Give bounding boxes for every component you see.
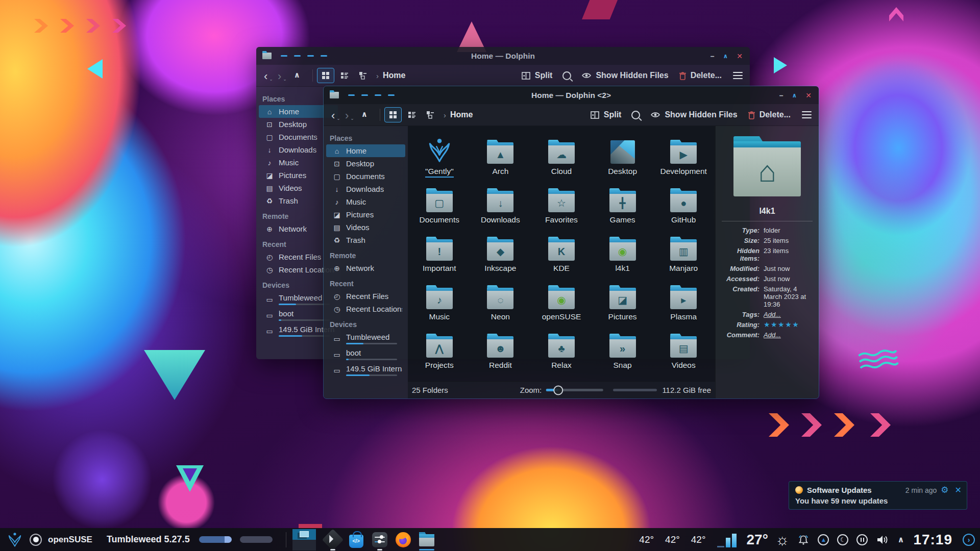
forward-button[interactable]: › bbox=[344, 111, 350, 121]
up-button[interactable]: ∧ bbox=[290, 70, 304, 82]
maximize-button[interactable]: ∧ bbox=[792, 92, 797, 98]
compact-view-button[interactable] bbox=[336, 68, 353, 83]
delete-button[interactable]: Delete... bbox=[748, 110, 791, 119]
sidebar-item-trash[interactable]: ♻Trash bbox=[326, 234, 405, 246]
folder-item-relax[interactable]: ♣Relax bbox=[531, 328, 592, 371]
taskbar-app-kvantum[interactable] bbox=[321, 528, 345, 551]
folder-item-documents[interactable]: ▢Documents bbox=[409, 183, 470, 226]
delete-button[interactable]: Delete... bbox=[679, 71, 722, 80]
folder-item-projects[interactable]: ⋀Projects bbox=[409, 328, 470, 371]
folder-item-kde[interactable]: KKDE bbox=[531, 231, 592, 274]
clock[interactable]: 17:19 bbox=[913, 532, 952, 548]
sidebar-item-network[interactable]: ⊕Network bbox=[326, 262, 405, 274]
close-icon[interactable]: ✕ bbox=[955, 486, 962, 494]
sidebar-item-boot[interactable]: ▭boot bbox=[326, 346, 405, 362]
search-icon[interactable] bbox=[631, 111, 640, 119]
folder-item-snap[interactable]: »Snap bbox=[592, 328, 653, 371]
media-pause-icon[interactable] bbox=[856, 534, 868, 545]
close-button[interactable]: ✕ bbox=[805, 92, 812, 99]
hamburger-menu-icon[interactable] bbox=[732, 71, 744, 81]
night-color-icon[interactable]: ☾ bbox=[837, 534, 848, 545]
folder-item-plasma[interactable]: ▸Plasma bbox=[653, 280, 714, 323]
details-view-button[interactable] bbox=[355, 68, 371, 83]
folder-item-inkscape[interactable]: ◆Inkscape bbox=[470, 231, 531, 274]
updates-tray-icon[interactable]: ▲ bbox=[818, 534, 829, 545]
sidebar-item-music[interactable]: ♪Music bbox=[326, 195, 405, 208]
system-monitor-graph-icon[interactable] bbox=[717, 532, 737, 547]
icons-view-button[interactable] bbox=[384, 107, 402, 122]
folder-item-favorites[interactable]: ☆Favorites bbox=[531, 183, 592, 226]
show-hidden-files-button[interactable]: Show Hidden Files bbox=[650, 110, 737, 119]
sidebar-item-recent-locations[interactable]: ◷Recent Locations bbox=[326, 303, 405, 315]
folder-item-reddit[interactable]: ☻Reddit bbox=[470, 328, 531, 371]
status-dot-icon[interactable] bbox=[30, 534, 42, 546]
breadcrumb[interactable]: Home bbox=[383, 71, 405, 80]
volume-icon[interactable] bbox=[876, 534, 889, 545]
notification-popup[interactable]: Software Updates 2 min ago ⚙ ✕ You have … bbox=[789, 481, 967, 510]
split-button[interactable]: Split bbox=[591, 110, 622, 119]
brightness-icon[interactable]: ☼ bbox=[775, 532, 790, 547]
sidebar-item-recent-files[interactable]: ◴Recent Files bbox=[326, 290, 405, 303]
folder-item-downloads[interactable]: ↓Downloads bbox=[470, 183, 531, 226]
sidebar-item-home[interactable]: ⌂Home bbox=[326, 144, 405, 157]
add-link[interactable]: Add... bbox=[764, 311, 814, 318]
back-button[interactable]: ‹ bbox=[330, 111, 336, 121]
folder-item-important[interactable]: !Important bbox=[409, 231, 470, 274]
rating-stars[interactable]: ★★★★★ bbox=[764, 321, 814, 329]
icons-view-button[interactable] bbox=[317, 68, 334, 83]
folder-item-github[interactable]: ●GitHub bbox=[653, 183, 714, 226]
cpu-temperature[interactable]: 27° bbox=[747, 532, 768, 548]
folder-item-l4k1[interactable]: ◉l4k1 bbox=[592, 231, 653, 274]
folder-item-music[interactable]: ♪Music bbox=[409, 280, 470, 323]
sidebar-item-149-5-gib-internal[interactable]: ▭149.5 GiB Internal ... bbox=[326, 362, 405, 378]
zoom-slider[interactable] bbox=[546, 389, 603, 391]
split-button[interactable]: Split bbox=[522, 71, 553, 80]
compact-view-button[interactable] bbox=[404, 108, 420, 122]
gear-icon[interactable]: ⚙ bbox=[941, 486, 948, 494]
taskbar-app-system-settings[interactable] bbox=[368, 528, 391, 551]
hide-panel-button[interactable]: › bbox=[963, 534, 975, 546]
sidebar-item-downloads[interactable]: ↓Downloads bbox=[326, 183, 405, 195]
forward-button[interactable]: › bbox=[276, 71, 283, 82]
folder-item-manjaro[interactable]: ▥Manjaro bbox=[653, 231, 714, 274]
zoom-slider-handle[interactable] bbox=[553, 385, 563, 395]
folder-item-neon[interactable]: ◌Neon bbox=[470, 280, 531, 323]
up-button[interactable]: ∧ bbox=[357, 109, 372, 121]
expand-tray-icon[interactable]: ∧ bbox=[897, 535, 904, 544]
titlebar[interactable]: Home — Dolphin – ∧ ✕ bbox=[256, 47, 750, 65]
folder-item-desktop[interactable]: Desktop bbox=[592, 134, 653, 178]
folder-item-pictures[interactable]: ◪Pictures bbox=[592, 280, 653, 323]
folder-item-videos[interactable]: ▤Videos bbox=[653, 328, 714, 371]
close-button[interactable]: ✕ bbox=[737, 53, 743, 60]
show-hidden-files-button[interactable]: Show Hidden Files bbox=[581, 71, 668, 80]
folder-item-opensuse[interactable]: ◉openSUSE bbox=[531, 280, 592, 323]
folder-item-gently[interactable]: "Gently" bbox=[409, 134, 470, 178]
minimize-button[interactable]: – bbox=[779, 92, 783, 99]
virtual-desktop-pager[interactable] bbox=[292, 529, 316, 550]
folder-item-cloud[interactable]: ☁Cloud bbox=[531, 134, 592, 178]
folder-item-development[interactable]: ▶Development bbox=[653, 134, 714, 178]
app-launcher-button[interactable] bbox=[7, 532, 22, 548]
desktop-2[interactable] bbox=[292, 540, 316, 550]
sidebar-item-documents[interactable]: ▢Documents bbox=[326, 170, 405, 183]
taskbar-app-dolphin[interactable] bbox=[415, 528, 438, 551]
breadcrumb[interactable]: Home bbox=[450, 110, 473, 119]
minimize-button[interactable]: – bbox=[710, 53, 715, 60]
search-icon[interactable] bbox=[562, 71, 571, 80]
dolphin-window-front[interactable]: Home — Dolphin <2> – ∧ ✕ ‹⌄ ›⌄ ∧ bbox=[324, 86, 819, 398]
titlebar[interactable]: Home — Dolphin <2> – ∧ ✕ bbox=[324, 86, 819, 104]
sidebar-item-videos[interactable]: ▤Videos bbox=[326, 221, 405, 234]
folder-item-games[interactable]: ╋Games bbox=[592, 183, 653, 226]
sidebar-item-tumbleweed[interactable]: ▭Tumbleweed bbox=[326, 331, 405, 346]
hamburger-menu-icon[interactable] bbox=[801, 110, 813, 120]
taskbar-app-discover[interactable]: </> bbox=[345, 528, 368, 551]
temperature-widget[interactable]: 42°42°42° bbox=[639, 534, 705, 545]
back-button[interactable]: ‹ bbox=[262, 71, 269, 82]
folder-item-arch[interactable]: ▲Arch bbox=[470, 134, 531, 178]
notifications-bell-icon[interactable] bbox=[797, 534, 810, 545]
sidebar-item-desktop[interactable]: ⊡Desktop bbox=[326, 157, 405, 170]
details-view-button[interactable] bbox=[422, 108, 438, 122]
add-link[interactable]: Add... bbox=[764, 331, 814, 339]
taskbar-app-firefox[interactable] bbox=[391, 528, 415, 551]
desktop-1[interactable] bbox=[292, 529, 316, 540]
